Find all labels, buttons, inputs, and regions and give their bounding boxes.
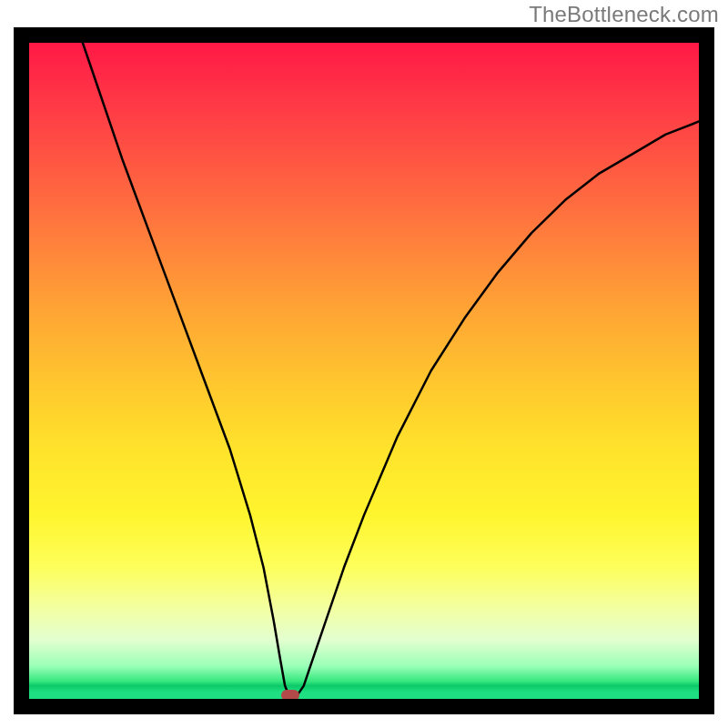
- plot-area: [14, 27, 714, 714]
- optimal-point-marker: [281, 690, 299, 701]
- chart-root: TheBottleneck.com: [0, 0, 728, 728]
- bottleneck-curve: [29, 43, 699, 699]
- watermark-text: TheBottleneck.com: [529, 2, 719, 27]
